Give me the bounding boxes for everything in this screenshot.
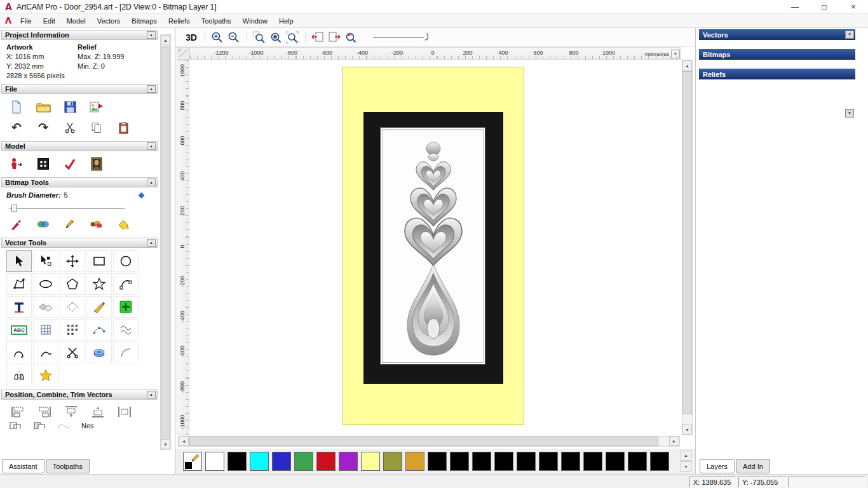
toggle-3d-view-button[interactable]: 3D: [183, 30, 200, 45]
zoom-fit-button[interactable]: [285, 30, 300, 45]
palette-swatch[interactable]: [539, 452, 558, 471]
create-polyline-button[interactable]: [6, 273, 32, 295]
scroll-down-icon[interactable]: ▼: [682, 424, 692, 435]
menu-edit[interactable]: Edit: [37, 15, 61, 27]
maximize-icon[interactable]: □: [810, 0, 839, 14]
vectors-panel-header[interactable]: Vectors ▼: [699, 29, 855, 40]
tab-addin[interactable]: Add In: [736, 459, 770, 473]
align-bottom-button[interactable]: [89, 403, 107, 420]
paste-button[interactable]: [114, 119, 132, 136]
collapse-position-button[interactable]: ▲: [147, 391, 156, 398]
combine-union-button[interactable]: [9, 421, 23, 429]
offset-vector-button[interactable]: [60, 296, 85, 318]
palette-swatch[interactable]: [561, 452, 580, 471]
zoom-out-button[interactable]: [227, 30, 241, 45]
scroll-up-icon[interactable]: ▲: [682, 60, 692, 71]
palette-scroll-down-icon[interactable]: ▼: [681, 461, 691, 472]
menu-model[interactable]: Model: [61, 15, 92, 27]
set-model-size-button[interactable]: [8, 156, 25, 172]
palette-swatch[interactable]: [205, 452, 224, 471]
canvas-horizontal-scrollbar[interactable]: ◄ ►: [178, 436, 680, 447]
collapse-project-button[interactable]: ▲: [147, 31, 156, 39]
tab-layers[interactable]: Layers: [700, 459, 735, 473]
undo-button[interactable]: ↶: [8, 119, 25, 136]
palette-swatch[interactable]: [628, 452, 647, 471]
palette-swatch[interactable]: [494, 452, 513, 471]
select-vectors-button[interactable]: [6, 250, 32, 272]
brush-diameter-slider[interactable]: [9, 205, 150, 212]
palette-swatch[interactable]: [405, 452, 424, 471]
zoom-previous-button[interactable]: [344, 30, 358, 45]
next-layer-button[interactable]: [327, 30, 342, 45]
paste-vector-button[interactable]: [113, 296, 139, 318]
menu-toolpaths[interactable]: Toolpaths: [196, 15, 237, 27]
menu-vectors[interactable]: Vectors: [92, 15, 126, 27]
palette-swatch[interactable]: [650, 452, 669, 471]
expand-reliefs-icon[interactable]: ▼: [845, 109, 854, 118]
redo-button[interactable]: ↷: [34, 119, 52, 136]
scroll-left-icon[interactable]: ◄: [179, 437, 189, 446]
collapse-vector-button[interactable]: ▲: [147, 239, 156, 247]
palette-swatch[interactable]: [316, 452, 336, 471]
create-rectangle-button[interactable]: [86, 250, 112, 272]
create-circle-button[interactable]: [113, 250, 139, 272]
palette-swatch[interactable]: [450, 452, 469, 471]
collapse-file-button[interactable]: ▲: [147, 85, 156, 93]
wrap-star-button[interactable]: [33, 365, 58, 386]
menu-reliefs[interactable]: Reliefs: [163, 15, 196, 27]
assistant-scrollbar[interactable]: ▲ ▼: [160, 34, 171, 450]
cut-button[interactable]: [61, 119, 79, 136]
model-from-image-button[interactable]: [88, 98, 105, 115]
palette-swatch[interactable]: [227, 452, 247, 471]
palette-swatch[interactable]: [272, 452, 291, 471]
paste-along-curve-button[interactable]: [86, 319, 112, 341]
spin-relief-button[interactable]: [86, 342, 112, 363]
trim-vectors-button[interactable]: [60, 342, 85, 363]
open-model-button[interactable]: [34, 98, 52, 115]
paint-selective-button[interactable]: [34, 216, 52, 233]
palette-swatch[interactable]: [428, 452, 447, 471]
palette-swatch[interactable]: [606, 452, 625, 471]
copy-button[interactable]: [88, 119, 105, 136]
previous-layer-button[interactable]: [311, 30, 325, 45]
collapse-model-button[interactable]: ▲: [147, 142, 156, 150]
fit-curves-button[interactable]: [113, 319, 139, 341]
scrollbar-thumb[interactable]: [682, 71, 692, 414]
create-ellipse-button[interactable]: [33, 273, 58, 295]
mirror-vectors-button[interactable]: [6, 365, 32, 386]
node-editing-button[interactable]: [33, 250, 58, 272]
transform-vectors-button[interactable]: [60, 250, 85, 272]
zoom-window-button[interactable]: [252, 30, 267, 45]
palette-swatch[interactable]: [583, 452, 602, 471]
zoom-objects-button[interactable]: [269, 30, 283, 45]
paint-button[interactable]: [8, 216, 25, 233]
flood-fill-button[interactable]: [114, 216, 132, 233]
scroll-down-icon[interactable]: ▼: [161, 439, 170, 449]
drawing-canvas[interactable]: [189, 60, 681, 435]
texture-relief-button[interactable]: [88, 156, 105, 172]
envelope-distort-button[interactable]: [33, 319, 58, 341]
block-copy-button[interactable]: [60, 319, 85, 341]
palette-swatch[interactable]: [294, 452, 313, 471]
align-top-button[interactable]: [62, 403, 80, 420]
close-icon[interactable]: ×: [839, 0, 868, 14]
zoom-in-button[interactable]: [210, 30, 225, 45]
menu-file[interactable]: File: [15, 15, 37, 27]
new-model-button[interactable]: [8, 98, 25, 115]
save-model-button[interactable]: [61, 98, 79, 115]
adjust-relief-button[interactable]: [61, 156, 79, 172]
create-polygon-button[interactable]: [60, 273, 85, 295]
model-properties-button[interactable]: [34, 156, 52, 172]
collapse-bitmap-button[interactable]: ▲: [147, 179, 156, 186]
palette-swatch[interactable]: [361, 452, 380, 471]
align-right-button[interactable]: [36, 403, 53, 420]
combine-subtract-button[interactable]: [33, 421, 47, 429]
fit-arcs-button[interactable]: [113, 342, 139, 363]
bitmaps-panel-header[interactable]: Bitmaps ▼: [699, 49, 855, 60]
flood-fill-colors-button[interactable]: [88, 216, 105, 233]
canvas-vertical-scrollbar[interactable]: ▲ ▼: [682, 60, 693, 435]
reliefs-panel-header[interactable]: Reliefs ▼: [699, 69, 855, 79]
palette-swatch[interactable]: [250, 452, 269, 471]
text-block-button[interactable]: ABC: [6, 319, 32, 341]
tab-assistant[interactable]: Assistant: [2, 459, 44, 473]
